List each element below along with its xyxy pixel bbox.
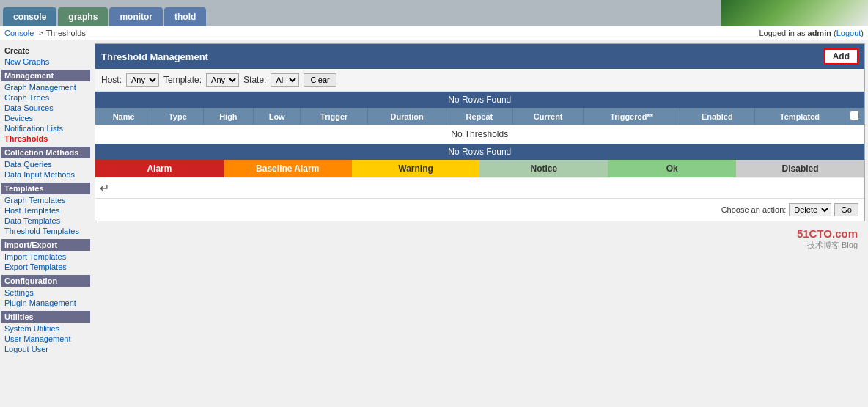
sidebar-item-graph-templates[interactable]: Graph Templates — [1, 195, 90, 205]
host-select[interactable]: Any — [126, 73, 159, 87]
sidebar-item-data-input-methods[interactable]: Data Input Methods — [1, 169, 90, 180]
sidebar-collection-header: Collection Methods — [1, 147, 90, 158]
col-trigger: Trigger — [301, 108, 368, 125]
sidebar-templates-header: Templates — [1, 183, 90, 194]
col-enabled: Enabled — [680, 108, 754, 125]
sidebar-utilities-header: Utilities — [1, 311, 90, 323]
host-label: Host: — [101, 75, 122, 85]
col-high: High — [203, 108, 254, 125]
no-rows-text-2: No Rows Found — [95, 144, 864, 160]
sidebar-configuration-header: Configuration — [1, 275, 90, 287]
legend-baseline: Baseline Alarm — [224, 160, 352, 177]
go-button[interactable]: Go — [834, 203, 858, 216]
sidebar-item-settings[interactable]: Settings — [1, 287, 90, 298]
logout-link[interactable]: Logout — [836, 29, 861, 37]
legend-notice: Notice — [479, 160, 608, 177]
breadcrumb-current: Thresholds — [45, 29, 85, 37]
no-thresholds-text: No Thresholds — [95, 125, 864, 144]
col-current: Current — [512, 108, 584, 125]
col-header-row: Name Type High Low Trigger Duration Repe… — [95, 108, 864, 125]
sidebar-item-import-templates[interactable]: Import Templates — [1, 252, 90, 262]
col-name: Name — [95, 108, 152, 125]
legend-warning: Warning — [352, 160, 480, 177]
choose-action-label: Choose an action: — [721, 205, 787, 214]
sidebar-item-host-templates[interactable]: Host Templates — [1, 205, 90, 216]
template-label: Template: — [163, 75, 202, 85]
sidebar-import-export-header: Import/Export — [1, 239, 90, 251]
sidebar-item-new-graphs[interactable]: New Graphs — [1, 56, 90, 67]
console-link[interactable]: Console — [4, 29, 34, 37]
breadcrumb-bar: Console -> Thresholds Logged in as admin… — [0, 26, 868, 40]
login-info: Logged in as admin (Logout) — [759, 29, 864, 37]
threshold-panel: Threshold Management Add Host: Any Templ… — [95, 43, 865, 221]
no-rows-row-2: No Rows Found — [95, 144, 864, 160]
state-label: State: — [243, 75, 266, 85]
sidebar-item-graph-management[interactable]: Graph Management — [1, 82, 90, 92]
no-thresholds-row: No Thresholds — [95, 125, 864, 144]
col-triggered: Triggered** — [584, 108, 680, 125]
col-checkbox — [845, 108, 864, 125]
sidebar-item-graph-trees[interactable]: Graph Trees — [1, 92, 90, 103]
sidebar-management-header: Management — [1, 70, 90, 81]
select-all-checkbox[interactable] — [850, 111, 859, 120]
col-duration: Duration — [368, 108, 446, 125]
sidebar-item-system-utilities[interactable]: System Utilities — [1, 323, 90, 334]
sidebar-item-devices[interactable]: Devices — [1, 113, 90, 123]
tab-monitor[interactable]: monitor — [109, 7, 163, 26]
col-low: Low — [254, 108, 301, 125]
legend-alarm: Alarm — [95, 160, 224, 177]
action-select[interactable]: Delete — [789, 203, 831, 216]
breadcrumb-arrow: -> — [36, 29, 45, 37]
tab-thold[interactable]: thold — [164, 7, 206, 26]
clear-button[interactable]: Clear — [304, 73, 336, 87]
sidebar: Create New Graphs Management Graph Manag… — [0, 40, 92, 407]
sidebar-item-data-sources[interactable]: Data Sources — [1, 103, 90, 113]
no-rows-text-1: No Rows Found — [95, 92, 864, 108]
sidebar-create-header: Create — [1, 45, 90, 56]
filter-bar: Host: Any Template: Any State: All Clear — [95, 69, 864, 92]
add-button[interactable]: Add — [824, 48, 858, 65]
login-paren-close: ) — [861, 29, 864, 37]
col-repeat: Repeat — [446, 108, 512, 125]
sidebar-item-export-templates[interactable]: Export Templates — [1, 262, 90, 272]
panel-header: Threshold Management Add — [95, 44, 864, 69]
state-select[interactable]: All — [271, 73, 299, 87]
watermark-main: 51CTO.com — [95, 227, 858, 240]
legend-ok: Ok — [608, 160, 736, 177]
legend-disabled: Disabled — [736, 160, 864, 177]
tab-console[interactable]: console — [3, 7, 56, 26]
panel-title: Threshold Management — [101, 51, 208, 62]
col-type: Type — [152, 108, 203, 125]
login-user: admin — [808, 29, 831, 37]
sidebar-item-thresholds[interactable]: Thresholds — [1, 133, 90, 144]
no-rows-row-1: No Rows Found — [95, 92, 864, 108]
action-row: Choose an action: Delete Go — [95, 198, 864, 221]
content-area: Threshold Management Add Host: Any Templ… — [92, 40, 868, 407]
col-templated: Templated — [754, 108, 845, 125]
sidebar-item-data-queries[interactable]: Data Queries — [1, 159, 90, 169]
table-arrow-icon: ↵ — [100, 181, 109, 195]
sidebar-item-data-templates[interactable]: Data Templates — [1, 216, 90, 226]
watermark-sub: 技术博客 Blog — [95, 240, 858, 251]
tab-graphs[interactable]: graphs — [58, 7, 108, 26]
legend-row: Alarm Baseline Alarm Warning Notice Ok D… — [95, 160, 864, 177]
sidebar-item-user-management[interactable]: User Management — [1, 334, 90, 344]
sidebar-item-plugin-management[interactable]: Plugin Management — [1, 298, 90, 308]
threshold-table: No Rows Found Name Type High Low Trigger… — [95, 92, 864, 160]
breadcrumb: Console -> Thresholds — [4, 29, 86, 37]
sidebar-item-logout-user[interactable]: Logout User — [1, 344, 90, 354]
sidebar-item-notification-lists[interactable]: Notification Lists — [1, 123, 90, 133]
sidebar-item-threshold-templates[interactable]: Threshold Templates — [1, 226, 90, 236]
login-text: Logged in as — [759, 29, 807, 37]
template-select[interactable]: Any — [206, 73, 239, 87]
